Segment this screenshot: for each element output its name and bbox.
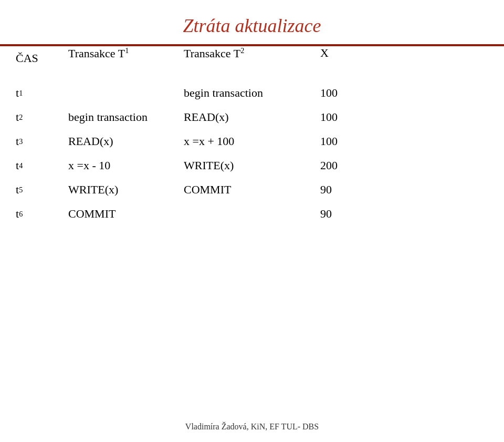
header-row: ČAS Transakce T1 Transakce T2 X: [0, 46, 504, 65]
x-header: X: [320, 46, 373, 60]
x-row-5: 90: [320, 178, 373, 202]
data-section: t1 t2 t3 t4 t5 t6 begin transaction READ…: [0, 81, 504, 226]
time-row-3: t3: [16, 129, 68, 153]
t1-row-6: COMMIT: [68, 202, 184, 226]
t2-row-4: WRITE(x): [184, 153, 320, 178]
x-row-1: 100: [320, 81, 373, 105]
t1-header: Transakce T1: [68, 46, 184, 60]
t1-row-5: WRITE(x): [68, 178, 184, 202]
t2-row-1: begin transaction: [184, 81, 320, 105]
t2-column: begin transaction READ(x) x =x + 100 WRI…: [184, 81, 320, 226]
x-row-3: 100: [320, 129, 373, 153]
t2-row-6: [184, 202, 320, 226]
t2-header: Transakce T2: [184, 46, 320, 60]
title-section: Ztráta aktualizace: [0, 0, 504, 44]
x-row-2: 100: [320, 105, 373, 129]
t2-row-2: READ(x): [184, 105, 320, 129]
time-row-5: t5: [16, 178, 68, 202]
t1-row-1: [68, 81, 184, 105]
time-column: t1 t2 t3 t4 t5 t6: [16, 81, 68, 226]
x-row-6: 90: [320, 202, 373, 226]
t1-column: begin transaction READ(x) x =x - 10 WRIT…: [68, 81, 184, 226]
x-column: 100 100 100 200 90 90: [320, 81, 373, 226]
page-container: Ztráta aktualizace ČAS Transakce T1 Tran…: [0, 0, 504, 442]
cas-header: ČAS: [16, 46, 68, 65]
x-row-4: 200: [320, 153, 373, 178]
t1-row-4: x =x - 10: [68, 153, 184, 178]
footer: Vladimíra Žadová, KiN, EF TUL- DBS: [0, 422, 504, 431]
t2-row-3: x =x + 100: [184, 129, 320, 153]
time-row-2: t2: [16, 105, 68, 129]
time-row-6: t6: [16, 202, 68, 226]
time-row-4: t4: [16, 153, 68, 178]
t1-row-3: READ(x): [68, 129, 184, 153]
page-title: Ztráta aktualizace: [0, 15, 504, 37]
time-row-1: t1: [16, 81, 68, 105]
t2-row-5: COMMIT: [184, 178, 320, 202]
t1-row-2: begin transaction: [68, 105, 184, 129]
